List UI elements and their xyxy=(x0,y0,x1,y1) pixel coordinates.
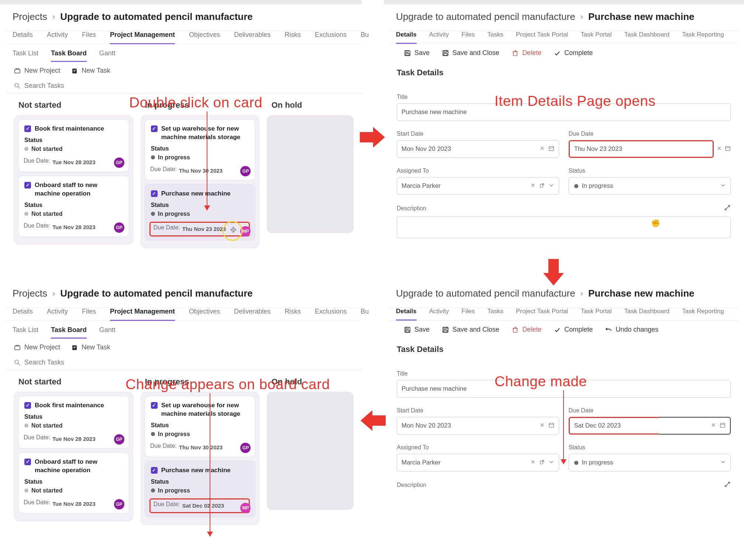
chevron-right-icon: › xyxy=(581,12,583,22)
calendar-icon[interactable] xyxy=(725,145,731,153)
save-close-icon xyxy=(442,50,449,56)
card-onboard-staff[interactable]: ✓Onboard staff to new machine operation … xyxy=(18,176,129,237)
tab-files[interactable]: Files xyxy=(82,31,96,44)
tab-risks[interactable]: Risks xyxy=(285,31,301,44)
breadcrumb-project[interactable]: Upgrade to automated pencil manufacture xyxy=(60,288,253,299)
search-input[interactable] xyxy=(24,82,135,90)
tab-task-dashboard[interactable]: Task Dashboard xyxy=(624,31,669,44)
tab-deliverables[interactable]: Deliverables xyxy=(234,31,271,44)
flow-arrow-right xyxy=(360,126,386,148)
save-close-button[interactable]: Save and Close xyxy=(442,326,499,333)
assigned-to-input[interactable] xyxy=(397,177,559,195)
due-date-focus[interactable] xyxy=(658,417,731,435)
label-start-date: Start Date xyxy=(397,131,559,137)
tab-details[interactable]: Details xyxy=(396,31,417,44)
svg-marker-9 xyxy=(360,127,385,148)
label-description: Description xyxy=(397,205,426,212)
search-input[interactable] xyxy=(24,359,135,366)
subtab-gantt[interactable]: Gantt xyxy=(99,49,116,62)
new-project-button[interactable]: New Project xyxy=(14,67,60,75)
tab-task-portal[interactable]: Task Portal xyxy=(581,31,612,44)
search-tasks[interactable] xyxy=(6,356,362,370)
new-task-button[interactable]: New Task xyxy=(71,343,110,351)
breadcrumb-project[interactable]: Upgrade to automated pencil manufacture xyxy=(396,11,575,23)
card-book-maintenance[interactable]: ✓Book first maintenance Status Not start… xyxy=(18,396,129,449)
breadcrumb: Upgrade to automated pencil manufacture … xyxy=(389,7,738,31)
breadcrumb-task[interactable]: Purchase new machine xyxy=(588,11,695,23)
card-onboard-staff[interactable]: ✓Onboard staff to new machine operation … xyxy=(18,452,129,514)
assigned-to-input[interactable] xyxy=(397,454,559,471)
chevron-down-icon[interactable] xyxy=(720,182,726,190)
chevron-right-icon: › xyxy=(52,12,55,22)
complete-button[interactable]: Complete xyxy=(554,49,593,57)
search-tasks[interactable] xyxy=(6,80,362,94)
expand-icon[interactable] xyxy=(724,481,731,489)
new-task-button[interactable]: New Task xyxy=(71,67,110,75)
new-project-button[interactable]: New Project xyxy=(14,343,60,351)
checkbox-icon: ✓ xyxy=(151,125,158,132)
project-tabs: Details Activity Files Project Managemen… xyxy=(6,31,362,44)
column-header-on-hold: On hold xyxy=(267,99,354,115)
delete-button[interactable]: Delete xyxy=(512,326,541,333)
search-icon xyxy=(14,359,21,366)
calendar-icon[interactable] xyxy=(548,422,554,429)
tab-activity[interactable]: Activity xyxy=(429,31,449,44)
detail-actions: Save Save and Close Delete Complete xyxy=(389,44,738,57)
cursor-hand-icon: ✊ xyxy=(651,219,660,228)
tab-more[interactable]: Bu xyxy=(361,31,369,44)
status-select[interactable] xyxy=(569,454,731,471)
description-input[interactable]: ✊ xyxy=(397,216,731,238)
save-close-button[interactable]: Save and Close xyxy=(442,49,499,57)
breadcrumb-root[interactable]: Projects xyxy=(13,11,47,23)
start-date-input[interactable] xyxy=(397,140,559,158)
calendar-icon[interactable] xyxy=(720,422,726,429)
clear-icon[interactable] xyxy=(540,422,545,429)
tab-exclusions[interactable]: Exclusions xyxy=(315,31,347,44)
open-icon[interactable] xyxy=(539,183,545,190)
due-date-input[interactable] xyxy=(569,417,659,435)
column-header-not-started: Not started xyxy=(14,99,133,115)
complete-button[interactable]: Complete xyxy=(554,326,593,333)
card-purchase-machine[interactable]: ✓Purchase new machine Status In progress… xyxy=(145,461,256,517)
project-tabs: Details Activity Files Project Managemen… xyxy=(6,308,362,321)
tab-objectives[interactable]: Objectives xyxy=(189,31,220,44)
clear-icon[interactable] xyxy=(711,422,716,429)
tab-project-management[interactable]: Project Management xyxy=(110,31,175,44)
save-button[interactable]: Save xyxy=(404,326,430,333)
chevron-down-icon[interactable] xyxy=(548,459,554,466)
subtab-task-board[interactable]: Task Board xyxy=(51,49,87,62)
open-icon[interactable] xyxy=(539,459,545,466)
breadcrumb-project[interactable]: Upgrade to automated pencil manufacture xyxy=(60,11,253,23)
delete-button[interactable]: Delete xyxy=(512,49,541,57)
chevron-down-icon[interactable] xyxy=(720,459,726,466)
tab-tasks[interactable]: Tasks xyxy=(488,31,503,44)
calendar-icon[interactable] xyxy=(548,145,554,153)
due-date-input[interactable] xyxy=(569,140,714,158)
tab-files[interactable]: Files xyxy=(462,31,475,44)
undo-button[interactable]: Undo changes xyxy=(605,326,658,333)
tab-details[interactable]: Details xyxy=(13,31,33,44)
svg-marker-11 xyxy=(361,410,386,431)
clear-icon[interactable] xyxy=(717,146,722,152)
task-tabs: Details Activity Files Tasks Project Tas… xyxy=(389,31,738,44)
callout-details-opens: Item Details Page opens xyxy=(495,93,655,109)
tab-task-reporting[interactable]: Task Reporting xyxy=(682,31,724,44)
breadcrumb-root[interactable]: Projects xyxy=(13,288,47,299)
card-purchase-machine[interactable]: ✓Purchase new machine Status In progress… xyxy=(145,184,256,241)
save-icon xyxy=(404,50,411,56)
card-book-maintenance[interactable]: ✓Book first maintenance Status Not start… xyxy=(18,119,129,172)
card-setup-warehouse[interactable]: ✓Set up warehouse for new machine materi… xyxy=(145,396,256,457)
expand-icon[interactable] xyxy=(724,204,731,212)
tab-activity[interactable]: Activity xyxy=(47,31,68,44)
clear-icon[interactable] xyxy=(530,183,535,189)
clear-icon[interactable] xyxy=(530,459,535,466)
chevron-down-icon[interactable] xyxy=(548,182,554,190)
status-select[interactable] xyxy=(569,177,731,195)
subtab-task-list[interactable]: Task List xyxy=(13,49,38,62)
card-setup-warehouse[interactable]: ✓Set up warehouse for new machine materi… xyxy=(145,119,256,180)
save-button[interactable]: Save xyxy=(404,49,430,57)
svg-marker-10 xyxy=(543,259,564,286)
tab-project-task-portal[interactable]: Project Task Portal xyxy=(516,31,568,44)
start-date-input[interactable] xyxy=(397,417,559,435)
clear-icon[interactable] xyxy=(540,146,545,152)
